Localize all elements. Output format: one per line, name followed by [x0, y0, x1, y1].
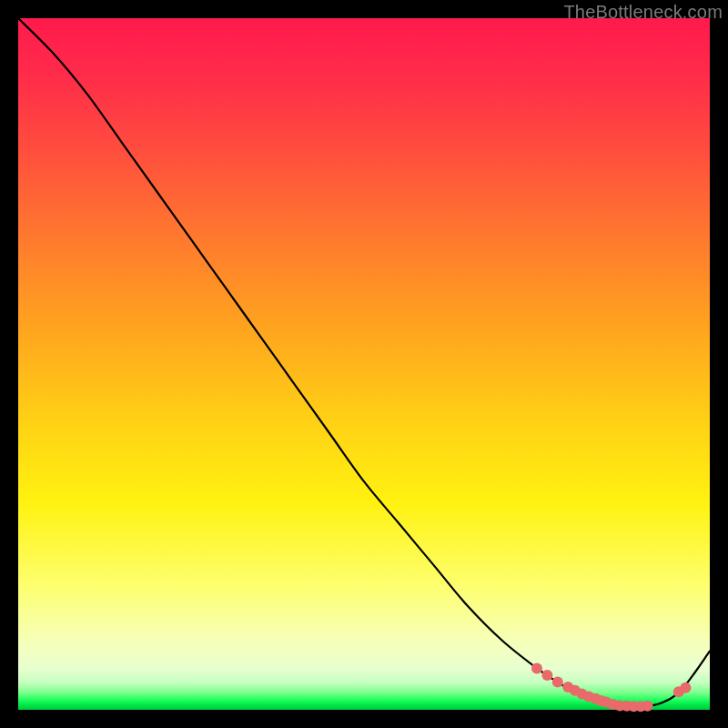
curve-marker	[541, 670, 552, 681]
bottleneck-curve	[18, 18, 710, 706]
curve-overlay	[18, 18, 710, 710]
marker-group	[531, 662, 691, 712]
watermark-text: TheBottleneck.com	[563, 2, 723, 23]
curve-marker	[552, 677, 563, 688]
curve-marker	[680, 682, 691, 693]
curve-marker	[642, 701, 653, 712]
figure-canvas: TheBottleneck.com	[0, 0, 728, 728]
curve-marker	[531, 662, 542, 673]
